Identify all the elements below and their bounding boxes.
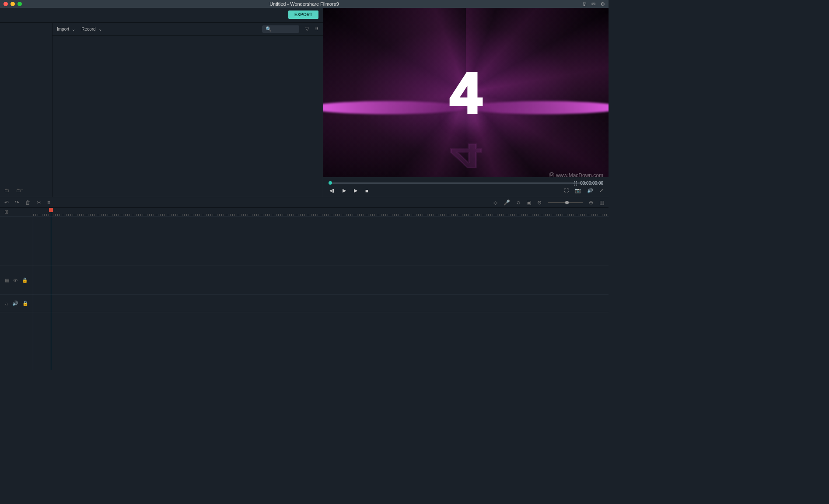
- snapshot-icon[interactable]: 📷: [575, 188, 581, 193]
- search-icon: 🔍: [266, 26, 272, 32]
- lock-icon[interactable]: 🔒: [22, 301, 28, 306]
- marker-icon[interactable]: ◇: [493, 200, 497, 206]
- video-track[interactable]: [33, 266, 609, 295]
- audio-track[interactable]: [33, 295, 609, 312]
- search-input[interactable]: [274, 27, 298, 32]
- media-panel: EXPORT 🗀 🗀⁻ Import ⌄ Record ⌄: [0, 8, 323, 197]
- manage-tracks-button[interactable]: ⊞: [0, 208, 33, 217]
- preview-scrubber[interactable]: { } 00:00:00:00: [329, 180, 603, 186]
- crop-button[interactable]: ≡: [47, 200, 50, 206]
- volume-icon[interactable]: 🔊: [587, 188, 593, 193]
- mic-icon[interactable]: 🎤: [504, 200, 510, 206]
- prev-frame-button[interactable]: ◂▮: [329, 188, 335, 193]
- filmstrip-icon: ▦: [5, 277, 9, 283]
- preview-viewport[interactable]: 4 4 Ⓜ www.MacDown.com: [323, 8, 609, 177]
- media-content: Import ⌄ Record ⌄ 🔍 ▽ ⠿: [52, 23, 323, 197]
- zoom-out-button[interactable]: ⊖: [537, 200, 542, 206]
- export-button[interactable]: EXPORT: [288, 10, 318, 19]
- redo-button[interactable]: ↷: [15, 200, 19, 206]
- mail-icon[interactable]: ✉: [591, 1, 595, 7]
- chevron-down-icon: ⌄: [72, 27, 75, 32]
- timecode: 00:00:00:00: [580, 181, 603, 186]
- record-dropdown[interactable]: Record ⌄: [81, 27, 101, 32]
- music-icon: ♫: [4, 301, 8, 306]
- empty-track[interactable]: [33, 217, 609, 266]
- window-controls: [3, 2, 22, 6]
- sidebar: 🗀 🗀⁻: [0, 23, 52, 197]
- stop-button[interactable]: ■: [365, 188, 368, 193]
- video-track-header[interactable]: ▦ 👁 🔒: [0, 266, 33, 295]
- minimize-window[interactable]: [10, 2, 15, 6]
- mixer-icon[interactable]: ♫: [516, 200, 520, 206]
- maximize-window[interactable]: [17, 2, 22, 6]
- new-folder-icon[interactable]: 🗀: [4, 188, 9, 193]
- zoom-slider[interactable]: [548, 202, 583, 203]
- quality-icon[interactable]: ⛶: [564, 188, 569, 193]
- mute-icon[interactable]: 🔊: [12, 301, 18, 306]
- timeline-ruler[interactable]: [33, 208, 609, 217]
- split-button[interactable]: ✂: [37, 200, 41, 206]
- markers-indicator: { }: [574, 181, 577, 186]
- tabs-bar: EXPORT: [0, 8, 323, 23]
- watermark-icon: Ⓜ: [549, 172, 554, 177]
- lock-icon[interactable]: 🔒: [22, 277, 28, 283]
- visibility-icon[interactable]: 👁: [13, 278, 18, 283]
- zoom-in-button[interactable]: ⊕: [589, 200, 593, 206]
- chevron-down-icon: ⌄: [98, 27, 102, 32]
- filter-icon[interactable]: ▽: [305, 26, 309, 32]
- window-title: Untitled - Wondershare Filmora9: [269, 1, 339, 7]
- watermark: Ⓜ www.MacDown.com: [549, 172, 603, 177]
- timeline: ↶ ↷ 🗑 ✂ ≡ ◇ 🎤 ♫ ▣ ⊖ ⊕ ▥ ⊞ ▦ 👁 🔒: [0, 197, 609, 370]
- titlebar: Untitled - Wondershare Filmora9 ⍰ ✉ ⚙: [0, 0, 609, 8]
- fullscreen-icon[interactable]: ⤢: [599, 188, 603, 193]
- render-icon[interactable]: ▣: [526, 200, 531, 206]
- play-button[interactable]: ▶: [343, 188, 346, 193]
- grid-view-icon[interactable]: ⠿: [315, 26, 318, 32]
- play-clip-button[interactable]: ▶: [354, 188, 357, 193]
- playhead[interactable]: [51, 208, 51, 370]
- preview-numeral: 4: [450, 60, 482, 126]
- delete-folder-icon[interactable]: 🗀⁻: [16, 188, 24, 193]
- settings-icon[interactable]: ⚙: [601, 1, 605, 7]
- delete-button[interactable]: 🗑: [25, 200, 31, 206]
- zoom-fit-button[interactable]: ▥: [599, 200, 604, 206]
- import-dropdown[interactable]: Import ⌄: [57, 27, 75, 32]
- media-grid: [52, 36, 323, 197]
- close-window[interactable]: [3, 2, 8, 6]
- user-icon[interactable]: ⍰: [583, 1, 586, 7]
- search-box[interactable]: 🔍: [262, 25, 299, 33]
- audio-track-header[interactable]: ♫ 🔊 🔒: [0, 295, 33, 312]
- undo-button[interactable]: ↶: [4, 200, 9, 206]
- preview-panel: 4 4 Ⓜ www.MacDown.com { } 00:00:00:00 ◂▮: [323, 8, 609, 197]
